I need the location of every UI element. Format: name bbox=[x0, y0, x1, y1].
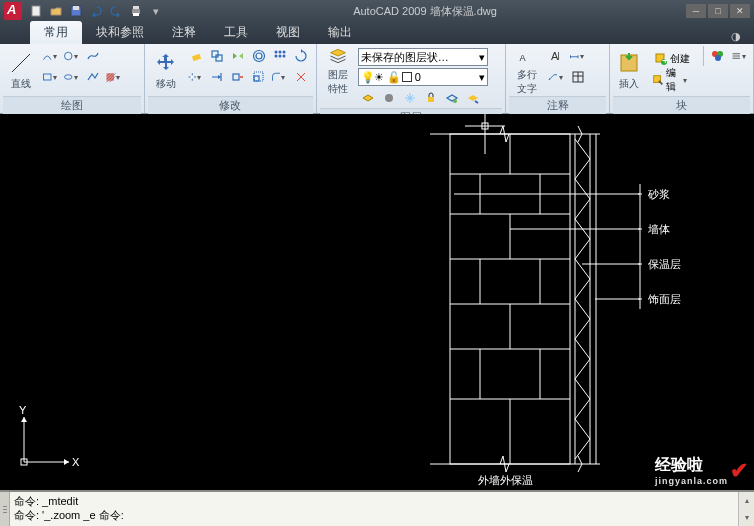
drawing-area[interactable]: 砂浆 墙体 保温层 饰面层 外墙外保温 X Y 经验啦 jingyanla.co… bbox=[0, 114, 754, 490]
svg-point-28 bbox=[453, 99, 457, 103]
layer-match-icon[interactable] bbox=[442, 88, 462, 108]
svg-rect-5 bbox=[133, 13, 139, 16]
command-grip[interactable] bbox=[0, 492, 10, 526]
ribbon: 直线 ▾ ▾ ▾ ▾ ▾ 绘图 移动 bbox=[0, 44, 754, 114]
watermark: 经验啦 jingyanla.com ✔ bbox=[655, 455, 748, 486]
quick-access-toolbar: ▾ bbox=[28, 3, 164, 19]
maximize-button[interactable]: □ bbox=[708, 4, 728, 18]
line-button[interactable]: 直线 bbox=[3, 46, 39, 96]
print-icon[interactable] bbox=[128, 3, 144, 19]
svg-point-18 bbox=[282, 51, 285, 54]
annot-mortar: 砂浆 bbox=[647, 188, 670, 200]
svg-rect-8 bbox=[44, 74, 52, 80]
copy-icon[interactable] bbox=[207, 46, 227, 66]
annot-finish: 饰面层 bbox=[647, 293, 681, 305]
panel-draw-label: 绘图 bbox=[3, 96, 141, 115]
hatch-icon[interactable]: ▾ bbox=[104, 67, 124, 87]
svg-point-20 bbox=[278, 55, 281, 58]
lightbulb-icon: 💡 bbox=[361, 71, 373, 83]
save-icon[interactable] bbox=[68, 3, 84, 19]
arc-icon[interactable]: ▾ bbox=[41, 46, 61, 66]
scale-icon[interactable] bbox=[249, 67, 269, 87]
layer-lock-icon[interactable] bbox=[421, 88, 441, 108]
svg-rect-11 bbox=[192, 54, 201, 61]
block-edit-button[interactable]: 编辑▾ bbox=[647, 70, 697, 90]
svg-line-6 bbox=[12, 54, 30, 72]
minimize-button[interactable]: ─ bbox=[686, 4, 706, 18]
insert-button[interactable]: 插入 bbox=[613, 46, 645, 96]
help-icon[interactable]: ◑ bbox=[728, 28, 744, 44]
layer-color-swatch bbox=[402, 72, 412, 82]
lock-icon: 🔓 bbox=[387, 71, 399, 83]
drawing-title: 外墙外保温 bbox=[478, 474, 533, 486]
rotate-icon[interactable] bbox=[291, 46, 311, 66]
svg-point-41 bbox=[715, 55, 721, 61]
text-style-icon[interactable]: AI bbox=[547, 46, 567, 66]
new-icon[interactable] bbox=[28, 3, 44, 19]
layer-state-combo[interactable]: 未保存的图层状… ▾ bbox=[358, 48, 488, 66]
layer-off-icon[interactable] bbox=[379, 88, 399, 108]
command-text[interactable]: 命令: _mtedit 命令: '_.zoom _e 命令: bbox=[10, 492, 738, 526]
tab-home[interactable]: 常用 bbox=[30, 21, 82, 44]
title-bar: ▾ AutoCAD 2009 墙体保温.dwg ─ □ ✕ bbox=[0, 0, 754, 22]
window-controls: ─ □ ✕ bbox=[686, 4, 750, 18]
layer-iso-icon[interactable] bbox=[358, 88, 378, 108]
panel-annotate: A 多行 文字 AI ▾ ▾ 注释 bbox=[506, 44, 610, 113]
offset-icon[interactable] bbox=[249, 46, 269, 66]
svg-point-21 bbox=[282, 55, 285, 58]
svg-point-15 bbox=[253, 51, 264, 62]
qat-dropdown-icon[interactable]: ▾ bbox=[148, 3, 164, 19]
command-scrollbar[interactable]: ▴ ▾ bbox=[738, 492, 754, 526]
dimension-icon[interactable]: ▾ bbox=[568, 46, 588, 66]
panel-modify-label: 修改 bbox=[148, 96, 313, 115]
polyline-icon[interactable] bbox=[83, 67, 103, 87]
ucs-icon: X Y bbox=[14, 402, 84, 472]
svg-rect-24 bbox=[254, 76, 259, 81]
tab-tools[interactable]: 工具 bbox=[210, 21, 262, 44]
layer-current-combo[interactable]: 💡 ☀ 🔓 0 ▾ bbox=[358, 68, 488, 86]
leader-icon[interactable]: ▾ bbox=[547, 67, 567, 87]
stretch-icon[interactable] bbox=[228, 67, 248, 87]
rectangle-icon[interactable]: ▾ bbox=[41, 67, 61, 87]
layer-freeze-icon[interactable] bbox=[400, 88, 420, 108]
mtext-button[interactable]: A 多行 文字 bbox=[509, 46, 545, 96]
open-icon[interactable] bbox=[48, 3, 64, 19]
svg-rect-13 bbox=[216, 55, 222, 61]
command-line[interactable]: 命令: _mtedit 命令: '_.zoom _e 命令: ▴ ▾ bbox=[0, 490, 754, 526]
table-icon[interactable] bbox=[568, 67, 588, 87]
move-button[interactable]: 移动 bbox=[148, 46, 184, 96]
ellipse-icon[interactable]: ▾ bbox=[62, 67, 82, 87]
circle-icon[interactable]: ▾ bbox=[62, 46, 82, 66]
layer-prev-icon[interactable] bbox=[463, 88, 483, 108]
explode-icon[interactable] bbox=[291, 67, 311, 87]
tab-annotate[interactable]: 注释 bbox=[158, 21, 210, 44]
svg-point-32 bbox=[549, 79, 551, 81]
properties-line-icon[interactable]: ▾ bbox=[730, 46, 750, 66]
tab-blocks[interactable]: 块和参照 bbox=[82, 21, 158, 44]
svg-rect-0 bbox=[32, 6, 40, 16]
panel-annotate-label: 注释 bbox=[509, 96, 606, 115]
properties-color-icon[interactable] bbox=[708, 46, 728, 66]
panel-layer: 图层 特性 未保存的图层状… ▾ 💡 ☀ 🔓 0 ▾ bbox=[317, 44, 507, 113]
svg-rect-12 bbox=[212, 51, 218, 57]
close-button[interactable]: ✕ bbox=[730, 4, 750, 18]
tab-output[interactable]: 输出 bbox=[314, 21, 366, 44]
app-icon[interactable] bbox=[4, 2, 22, 20]
svg-point-7 bbox=[65, 52, 73, 60]
redo-icon[interactable] bbox=[108, 3, 124, 19]
svg-rect-23 bbox=[233, 74, 239, 80]
scroll-up-icon: ▴ bbox=[739, 492, 754, 509]
array-icon[interactable] bbox=[270, 46, 290, 66]
trim-icon[interactable]: ▾ bbox=[186, 67, 206, 87]
svg-point-26 bbox=[385, 94, 393, 102]
extend-icon[interactable] bbox=[207, 67, 227, 87]
fillet-icon[interactable]: ▾ bbox=[270, 67, 290, 87]
svg-point-14 bbox=[256, 53, 262, 59]
erase-icon[interactable] bbox=[186, 46, 206, 66]
tab-view[interactable]: 视图 bbox=[262, 21, 314, 44]
undo-icon[interactable] bbox=[88, 3, 104, 19]
mirror-icon[interactable] bbox=[228, 46, 248, 66]
layer-properties-button[interactable]: 图层 特性 bbox=[320, 46, 356, 96]
spline-icon[interactable] bbox=[83, 46, 103, 66]
drawing-canvas: 砂浆 墙体 保温层 饰面层 外墙外保温 bbox=[0, 114, 754, 490]
